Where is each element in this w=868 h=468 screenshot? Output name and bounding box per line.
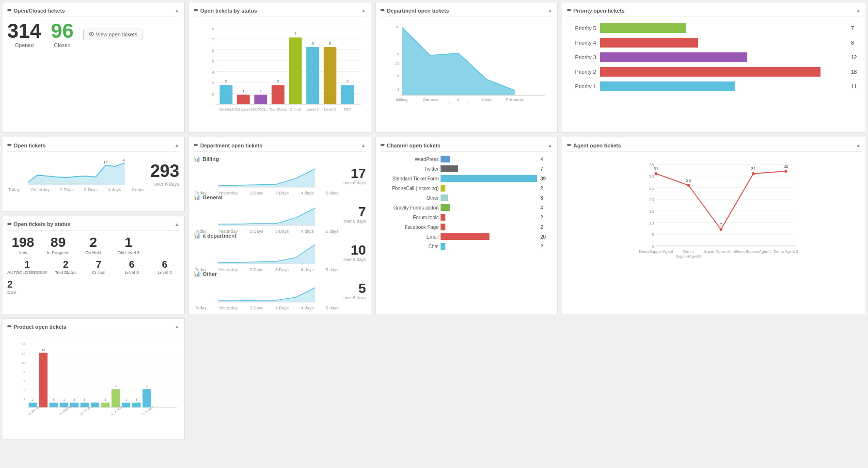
status-autoclose-number: 1: [7, 259, 47, 270]
channel-forum: Forum topic 2: [380, 214, 552, 221]
dept-other-sublabel: over 6 days: [343, 295, 366, 300]
product-title: Product open tickets: [14, 324, 66, 330]
pencil-icon9: ✏: [567, 142, 571, 148]
priority-5-label: Priority 5: [567, 25, 596, 31]
channel-standard: Standard Ticket Form 39: [380, 175, 552, 182]
svg-text:1: 1: [53, 399, 55, 401]
svg-text:1: 1: [105, 399, 107, 401]
svg-text:Test Status: Test Status: [269, 107, 287, 112]
priority-4-label: Priority 4: [567, 40, 596, 46]
dept-it-sparkline: TodayYesterday2 Days3 Days4 days5 days: [194, 241, 339, 265]
channel-list: WordPress 4 Twitter 7 Standard Ticket Fo…: [380, 156, 552, 250]
channel-twitter-label: Twitter: [380, 166, 439, 172]
status-oldlevel3-label: Old Level 3: [113, 250, 144, 255]
dept-billing-row: 📊 Billing TodayYesterday2 Days3 Days4 da…: [194, 156, 366, 188]
open-by-status-title: Open tickets by status: [14, 221, 70, 227]
x-label-2days: 2 Days: [60, 187, 74, 192]
svg-text:4: 4: [23, 388, 25, 391]
dept-it-content: TodayYesterday2 Days3 Days4 days5 days 1…: [194, 241, 366, 265]
svg-rect-110: [39, 353, 47, 408]
channel-chat: Chat 2: [380, 243, 552, 250]
dept-general-sublabel: over 6 days: [343, 219, 366, 224]
chart-icon-billing: 📊: [194, 156, 201, 162]
collapse-btn5[interactable]: ▲: [174, 143, 179, 148]
channel-email-label: Email: [380, 234, 439, 240]
status-grid: 198 New 89 In Progress 2 On Hold 1 Old L…: [7, 235, 179, 255]
collapse-btn6[interactable]: ▲: [174, 222, 179, 227]
dept-area-svg: 18 8 11 5 2 Billing General it departmen…: [390, 23, 550, 103]
status-new-number: 198: [7, 235, 39, 250]
svg-text:2: 2: [346, 79, 348, 83]
channel-forum-bar: [441, 214, 445, 221]
channel-wordpress-bar-container: [441, 156, 537, 162]
svg-text:10: 10: [21, 361, 26, 364]
agent-header: ✏ Agent open tickets ▲: [567, 142, 861, 152]
collapse-btn2[interactable]: ▲: [361, 8, 366, 13]
dept-billing-content: TodayYesterday2 Days3 Days4 days5 days 1…: [194, 164, 366, 188]
collapse-btn7[interactable]: ▲: [361, 143, 366, 148]
svg-text:DemoSupportAgent4: DemoSupportAgent4: [735, 249, 772, 254]
chart-icon-it: 📊: [194, 232, 201, 239]
status-critical: 7 Critical: [84, 259, 113, 275]
channel-gravity-label: Gravity Forms addon: [380, 205, 439, 210]
svg-text:6: 6: [23, 379, 25, 382]
collapse-btn9[interactable]: ▲: [856, 143, 861, 148]
channel-facebook-bar-container: [441, 224, 537, 230]
status-level2-number: 6: [150, 259, 179, 270]
dept-mini-panel: ✏ Department open tickets ▲ 📊 Billing: [189, 137, 371, 314]
status-teststatus-label: Test Status: [51, 270, 80, 275]
dept-billing-sublabel: over 6 days: [343, 180, 366, 185]
svg-text:31: 31: [653, 166, 658, 171]
svg-rect-123: [111, 389, 120, 408]
agent-chart: 35 30 25 20 15 10 5 0: [567, 156, 861, 262]
svg-text:Critical: Critical: [290, 107, 301, 112]
svg-rect-108: [29, 403, 37, 407]
svg-rect-24: [289, 37, 301, 104]
status-critical-label: Critical: [84, 270, 113, 275]
priority-panel: ✏ Priority open tickets ▲ Priority 5 7 P…: [562, 2, 866, 133]
collapse-btn[interactable]: ▲: [174, 8, 179, 13]
agent-panel: ✏ Agent open tickets ▲ 35 30 25 20 15 10…: [562, 137, 866, 314]
dept-other-sparkline: TodayYesterday2 Days3 Days4 days5 days: [194, 279, 339, 303]
svg-text:On Hold: On Hold: [220, 107, 233, 112]
svg-text:Old Level 3: Old Level 3: [234, 107, 253, 112]
svg-text:1: 1: [260, 89, 262, 93]
dept-billing-number: 17: [343, 167, 366, 180]
priority-5-row: Priority 5 7: [567, 23, 861, 33]
collapse-btn4[interactable]: ▲: [856, 8, 861, 13]
priority-3-count: 12: [851, 54, 861, 60]
channel-chat-bar: [441, 243, 445, 250]
status-inprogress-number: 89: [43, 235, 74, 250]
view-open-tickets-btn[interactable]: ⦿ View open tickets: [83, 29, 142, 40]
open-by-status-header: ✏ Open tickets by status ▲: [7, 221, 179, 231]
collapse-btn10[interactable]: ▲: [174, 324, 179, 329]
channel-other-bar: [441, 194, 448, 201]
collapse-btn3[interactable]: ▲: [548, 8, 552, 13]
channel-twitter-count: 7: [540, 166, 552, 172]
channel-forum-label: Forum topic: [380, 215, 439, 220]
other-x-labels: TodayYesterday2 Days3 Days4 days5 days: [194, 306, 339, 310]
pencil-icon7: ✏: [194, 142, 198, 148]
sparkline-chart: 12 4 Today Yesterday 2 Days 3 Days 4 day…: [7, 156, 145, 192]
svg-rect-129: [142, 389, 151, 408]
collapse-btn8[interactable]: ▲: [548, 143, 552, 148]
channel-facebook-bar: [441, 224, 445, 230]
svg-text:4: 4: [123, 158, 125, 162]
pencil-icon3: ✏: [380, 7, 385, 14]
svg-text:2: 2: [212, 92, 214, 97]
svg-text:12: 12: [42, 349, 46, 351]
dept-general-count: 7 over 6 days: [343, 205, 366, 224]
priority-4-bar: [600, 38, 698, 48]
total-label: over 6 days: [150, 181, 179, 187]
status-inprogress-label: In Progress: [43, 250, 74, 255]
svg-point-78: [720, 228, 723, 231]
svg-text:it: it: [458, 98, 460, 102]
channel-standard-count: 39: [540, 176, 552, 181]
svg-point-79: [752, 172, 755, 175]
svg-text:8: 8: [212, 27, 214, 31]
priority-5-bar: [600, 23, 686, 33]
channel-chat-count: 2: [540, 244, 552, 249]
svg-text:6: 6: [329, 41, 331, 46]
x-label-3days: 3 Days: [84, 187, 98, 192]
svg-text:Pre-sales: Pre-sales: [506, 98, 524, 102]
